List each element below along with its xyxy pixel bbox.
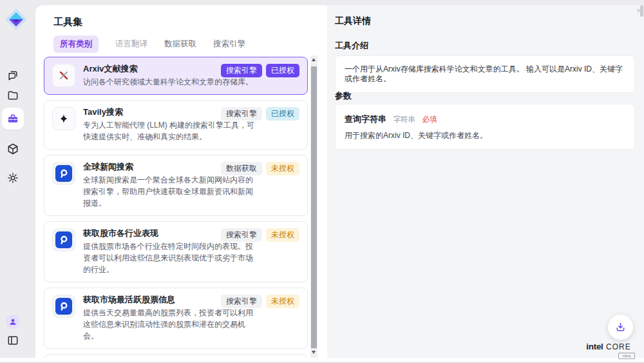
tool-description: 专为人工智能代理 (LLM) 构建的搜索引擎工具，可快速提供实时、准确和真实的结… (83, 119, 254, 142)
tool-description: 访问各个研究领域大量科学论文和文章的存储库。 (83, 76, 253, 88)
tool-card-most-active-stocks[interactable]: 获取市场最活跃股票信息 提供当天交易量最高的股票列表，投资者可以利用这些信息来识… (44, 288, 308, 349)
tab-all-categories[interactable]: 所有类别 (53, 35, 99, 53)
category-badge: 搜索引擎 (221, 107, 262, 121)
scroll-up-arrow-icon[interactable] (312, 58, 316, 61)
tool-card-global-news[interactable]: 全球新闻搜索 全球新闻搜索是一个聚合全球各大新闻网站内容的搜索引擎，帮助用户快速… (44, 155, 308, 216)
parameter-type: 字符串 (393, 115, 415, 123)
params-heading: 参数 (335, 90, 352, 102)
user-icon (8, 317, 17, 326)
intro-card: 一个用于从Arxiv存储库搜索科学论文和文章的工具。 输入可以是Arxiv ID… (335, 55, 635, 93)
auth-status-badge: 未授权 (266, 228, 299, 242)
auth-status-badge: 已授权 (266, 107, 299, 121)
tool-card-tavily[interactable]: Tavily搜索 专为人工智能代理 (LLM) 构建的搜索引擎工具，可快速提供实… (44, 100, 308, 150)
download-icon (614, 321, 627, 333)
toolbox-icon (6, 112, 19, 125)
tool-description: 提供当天交易量最高的股票列表，投资者可以利用这些信息来识别流动性强的股票和潜在的… (83, 307, 254, 342)
app-logo (4, 7, 28, 32)
folder-icon[interactable] (6, 89, 19, 102)
blue-search-app-icon (52, 228, 75, 251)
tool-list: Arxiv文献搜索 访问各个研究领域大量科学论文和文章的存储库。 搜索引擎 已授… (44, 57, 308, 358)
parameter-description: 用于搜索的Arxiv ID、关键字或作者姓名。 (345, 131, 625, 141)
category-badge: 搜索引擎 (221, 64, 262, 77)
category-badge: 数据获取 (221, 162, 262, 175)
intro-text: 一个用于从Arxiv存储库搜索科学论文和文章的工具。 输入可以是Arxiv ID… (345, 64, 625, 84)
settings-gear-icon[interactable] (6, 172, 19, 184)
tab-search-engine[interactable]: 搜索引擎 (213, 39, 245, 50)
tool-card-sector-performance[interactable]: 获取股市各行业表现 提供股票市场各个行业在特定时间段内的表现。投资者可以利用这些… (44, 221, 308, 282)
scrollbar-thumb[interactable] (311, 66, 317, 348)
main-panel: 工具集 所有类别 语言翻译 数据获取 搜索引擎 Arxiv文献搜索 访问各个研究… (35, 5, 644, 358)
list-scrollbar[interactable] (310, 55, 317, 358)
tab-language-translation[interactable]: 语言翻译 (115, 39, 147, 50)
parameter-card: 查询字符串 字符串 必填 用于搜索的Arxiv ID、关键字或作者姓名。 (335, 104, 635, 150)
tool-detail-panel: ✕ 工具详情 工具介绍 一个用于从Arxiv存储库搜索科学论文和文章的工具。 输… (327, 5, 644, 358)
user-avatar[interactable] (6, 315, 20, 329)
sparkle-star-icon (52, 107, 75, 130)
left-sidebar (0, 0, 35, 363)
download-button[interactable] (608, 315, 633, 340)
tool-card-arxiv[interactable]: Arxiv文献搜索 访问各个研究领域大量科学论文和文章的存储库。 搜索引擎 已授… (44, 57, 308, 95)
intel-core-logo: intel CORE Ultra (580, 340, 638, 359)
tab-data-fetch[interactable]: 数据获取 (164, 39, 196, 50)
scroll-down-arrow-icon[interactable] (312, 351, 316, 354)
intro-heading: 工具介绍 (335, 40, 368, 52)
tool-description: 全球新闻搜索是一个聚合全球各大新闻网站内容的搜索引擎，帮助用户快速获取全球最新资… (83, 174, 254, 209)
auth-status-badge: 已授权 (266, 64, 299, 77)
page-title: 工具集 (53, 16, 82, 28)
arxiv-x-icon (52, 64, 75, 87)
parameter-header: 查询字符串 字符串 必填 (345, 113, 625, 125)
chat-icon[interactable] (6, 69, 19, 82)
brand-primary: intel (586, 342, 603, 351)
category-tabs: 所有类别 语言翻译 数据获取 搜索引擎 (53, 35, 245, 53)
tool-description: 提供股票市场各个行业在特定时间段内的表现。投资者可以利用这些信息来识别表现优于或… (83, 240, 254, 275)
category-badge: 搜索引擎 (221, 228, 262, 242)
brand-badge: Ultra (618, 353, 635, 359)
blue-search-app-icon (52, 295, 75, 318)
brand-secondary: CORE (606, 342, 631, 351)
panel-toggle-icon[interactable] (6, 334, 19, 347)
cube-icon[interactable] (6, 142, 19, 155)
page-scrollbar[interactable] (640, 5, 643, 17)
parameter-name: 查询字符串 (345, 114, 386, 124)
auth-status-badge: 未授权 (266, 162, 299, 175)
category-badge: 搜索引擎 (221, 295, 262, 308)
sidebar-item-toolbox[interactable] (2, 108, 24, 130)
required-badge: 必填 (422, 115, 437, 123)
bottom-bar (0, 358, 644, 363)
blue-search-app-icon (52, 162, 75, 185)
auth-status-badge: 未授权 (266, 295, 299, 308)
detail-title: 工具详情 (335, 15, 371, 27)
